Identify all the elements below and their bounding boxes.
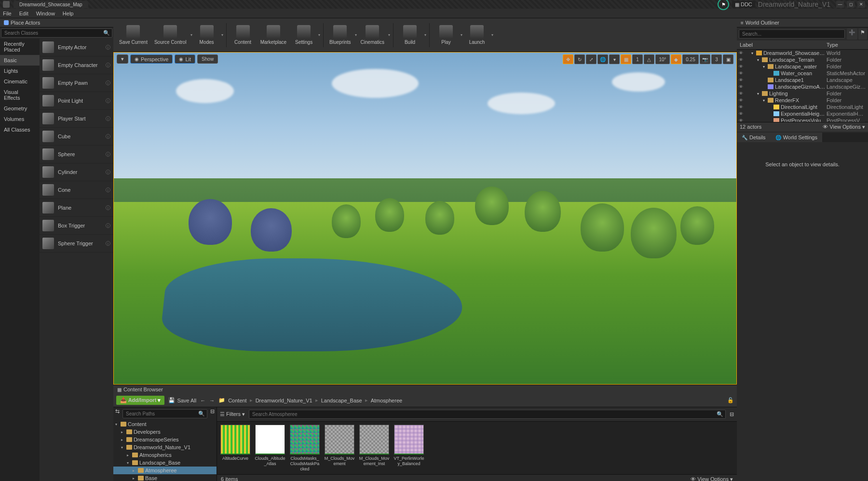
outliner-directionallight[interactable]: 👁 DirectionalLightDirectionalLight (737, 104, 868, 110)
header-label[interactable]: Label (740, 42, 827, 48)
search-paths-input[interactable] (123, 410, 196, 418)
add-import-button[interactable]: 📥 Add/Import ▾ (116, 396, 164, 405)
toolbar-dropdown[interactable]: ▾ (461, 33, 462, 37)
camera-speed-value[interactable]: 3 (711, 54, 722, 64)
history-back-button[interactable]: ← (200, 398, 205, 403)
rotate-gizmo-icon[interactable]: ↻ (574, 54, 585, 64)
lock-icon[interactable]: 🔓 (727, 397, 734, 403)
outliner-postprocessvolume[interactable]: 👁 PostProcessVolumePostProcessVolume (737, 117, 868, 122)
search-classes-input[interactable] (1, 29, 101, 37)
translate-gizmo-icon[interactable]: ✥ (563, 54, 573, 64)
toolbar-dropdown[interactable]: ▾ (424, 33, 426, 37)
maximize-viewport-icon[interactable]: ▣ (723, 54, 733, 64)
toolbar-marketplace[interactable]: Marketplace (258, 23, 289, 47)
actor-player-start[interactable]: Player Starti (40, 110, 113, 128)
close-button[interactable]: ✕ (857, 1, 865, 8)
coord-space-icon[interactable]: 🌐 (597, 54, 608, 64)
details-tab[interactable]: 🔧 Details (737, 133, 771, 142)
actor-cube[interactable]: Cubei (40, 128, 113, 146)
toolbar-blueprints[interactable]: Blueprints (326, 23, 353, 47)
category-volumes[interactable]: Volumes (0, 114, 40, 124)
menu-window[interactable]: Window (36, 11, 55, 16)
category-basic[interactable]: Basic (0, 55, 40, 66)
toolbar-dropdown[interactable]: ▾ (491, 33, 493, 37)
tree-atmospheree[interactable]: ▸Atmospheree (113, 467, 217, 474)
outliner-view-options[interactable]: 👁 View Options ▾ (823, 124, 865, 130)
viewport[interactable]: ▾ ◉ Perspective ◉ Lit Show ✥ ↻ ⤢ 🌐 ▾ ▦ 1… (113, 52, 737, 385)
category-visual-effects[interactable]: Visual Effects (0, 87, 40, 103)
tree-dreamworld-nature-v1[interactable]: ▾Dreamworld_Nature_V1 (113, 443, 217, 451)
toolbar-build[interactable]: Build (396, 23, 423, 47)
world-outliner-tab[interactable]: ≡ World Outliner (737, 18, 868, 27)
ddc-button[interactable]: ▦ DDC (732, 1, 755, 8)
visibility-icon[interactable]: 👁 (739, 105, 745, 109)
scale-snap-value[interactable]: 0.25 (682, 54, 699, 64)
tree-toggle-icon[interactable]: ⇆ (115, 408, 120, 419)
visibility-icon[interactable]: 👁 (739, 57, 745, 62)
actor-empty-character[interactable]: Empty Characteri (40, 56, 113, 74)
info-icon[interactable]: i (106, 205, 110, 210)
show-button[interactable]: Show (197, 54, 218, 64)
outliner-lighting[interactable]: 👁▾LightingFolder (737, 90, 868, 97)
outliner-landscape1[interactable]: 👁 Landscape1Landscape (737, 77, 868, 83)
save-all-button[interactable]: 💾 Save All (168, 397, 196, 403)
grid-snap-icon[interactable]: ▦ (621, 54, 631, 64)
toolbar-modes[interactable]: Modes (193, 23, 220, 47)
info-icon[interactable]: i (106, 116, 110, 121)
asset-altitudecurve[interactable]: AltitudeCurve (220, 425, 251, 461)
crumb-1[interactable]: Dreamworld_Nature_V1 (256, 398, 312, 403)
visibility-icon[interactable]: 👁 (739, 64, 745, 69)
toolbar-dropdown[interactable]: ▾ (318, 33, 320, 37)
toolbar-launch[interactable]: Launch (463, 23, 490, 47)
tree-landscape-base[interactable]: ▾Landscape_Base (113, 459, 217, 467)
actor-plane[interactable]: Planei (40, 199, 113, 217)
visibility-icon[interactable]: 👁 (739, 111, 745, 116)
outliner-renderfx[interactable]: 👁▾RenderFXFolder (737, 97, 868, 104)
actor-empty-actor[interactable]: Empty Actori (40, 39, 113, 56)
place-actors-tab[interactable]: Place Actors (0, 18, 113, 27)
outliner-dreamworld-showcase-map--editor-[interactable]: 👁▾Dreamworld_Showcase_Map (Editor)World (737, 50, 868, 56)
outliner-landscapegizmoactiveactor[interactable]: 👁 LandscapeGizmoActiveActorLandscapeGizm… (737, 83, 868, 90)
filters-button[interactable]: ☰ Filters ▾ (220, 411, 245, 417)
actor-sphere-trigger[interactable]: Sphere Triggeri (40, 235, 113, 253)
toolbar-dropdown[interactable]: ▾ (355, 33, 357, 37)
outliner-headers[interactable]: Label Type (737, 40, 868, 50)
asset-clouds-altitude-atlas[interactable]: Clouds_Altitude_Atlas (255, 425, 285, 467)
info-icon[interactable]: i (106, 98, 110, 103)
crumb-3[interactable]: Atmospheree (371, 398, 402, 403)
crumb-0[interactable]: Content (228, 398, 247, 403)
visibility-icon[interactable]: 👁 (739, 78, 745, 82)
crumb-2[interactable]: Landscape_Base (321, 398, 362, 403)
outliner-filter-icon[interactable]: ⚑ (858, 28, 867, 40)
info-icon[interactable]: i (106, 187, 110, 192)
actor-empty-pawn[interactable]: Empty Pawni (40, 74, 113, 92)
angle-snap-icon[interactable]: △ (644, 54, 654, 64)
lit-button[interactable]: ◉ Lit (175, 54, 195, 64)
visibility-icon[interactable]: 👁 (739, 84, 745, 89)
actor-cylinder[interactable]: Cylinderi (40, 163, 113, 181)
actor-cone[interactable]: Conei (40, 181, 113, 199)
viewport-menu-button[interactable]: ▾ (117, 54, 128, 64)
perspective-button[interactable]: ◉ Perspective (130, 54, 173, 64)
info-icon[interactable]: i (106, 170, 110, 174)
map-tab[interactable]: Dreamworld_Showcase_Map (14, 1, 88, 8)
visibility-icon[interactable]: 👁 (739, 71, 745, 76)
outliner-add-icon[interactable]: ➕ (847, 28, 857, 40)
history-fwd-button[interactable]: → (209, 398, 215, 403)
actor-point-light[interactable]: Point Lighti (40, 92, 113, 110)
outliner-search-input[interactable] (739, 30, 844, 38)
tree-dreamscapeseries[interactable]: ▸DreamscapeSeries (113, 436, 217, 443)
info-icon[interactable]: i (106, 134, 110, 139)
asset-cloudsmasks-cloudsmaskpacked[interactable]: CloudsMasks_CloudsMaskPacked (289, 425, 320, 471)
tree-atmospherics[interactable]: ▸Atmospherics (113, 451, 217, 459)
asset-vt-perlinworley-balanced[interactable]: VT_PerlinWorley_Balanced (393, 425, 424, 467)
outliner-water-ocean[interactable]: 👁 Water_oceanStaticMeshActor (737, 70, 868, 77)
tree-content[interactable]: ▾Content (113, 420, 217, 428)
outliner-landscape-terrain[interactable]: 👁▾Landscape_TerrainFolder (737, 56, 868, 63)
maximize-button[interactable]: ◻ (847, 1, 854, 8)
tree-collapse-icon[interactable]: ⊟ (210, 408, 215, 419)
visibility-icon[interactable]: 👁 (739, 98, 745, 103)
toolbar-content[interactable]: Content (230, 23, 257, 47)
visibility-icon[interactable]: 👁 (739, 51, 745, 55)
toolbar-source-control[interactable]: Source Control (151, 23, 190, 47)
